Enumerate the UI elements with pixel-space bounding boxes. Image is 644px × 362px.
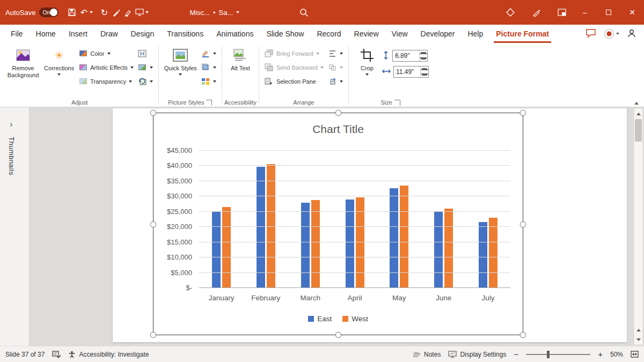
tab-picture-format[interactable]: Picture Format	[489, 25, 555, 43]
collapse-ribbon-icon[interactable]	[634, 102, 639, 105]
tab-insert[interactable]: Insert	[62, 25, 94, 43]
scrollbar-thumb[interactable]	[635, 119, 642, 142]
bar-east-july[interactable]	[479, 222, 487, 287]
artistic-effects-button[interactable]: Artistic Effects	[76, 61, 135, 73]
send-backward-button[interactable]: Send Backward	[262, 61, 326, 73]
tab-help[interactable]: Help	[461, 25, 489, 43]
picture-styles-dialog-launcher-icon[interactable]	[206, 100, 212, 106]
present-screen-icon[interactable]	[134, 6, 145, 18]
zoom-out-icon[interactable]: −	[514, 350, 518, 358]
bar-east-january[interactable]	[212, 211, 221, 287]
highlighter-pen-icon[interactable]	[122, 6, 134, 18]
zoom-in-icon[interactable]: +	[598, 350, 603, 358]
bar-west-march[interactable]	[311, 200, 320, 287]
search-icon[interactable]	[298, 6, 310, 18]
height-input[interactable]: 6.89"	[392, 50, 428, 62]
quick-access-more-icon[interactable]	[145, 11, 149, 13]
previous-slide-icon[interactable]	[634, 325, 642, 335]
width-decrease-icon[interactable]	[421, 72, 428, 77]
width-increase-icon[interactable]	[421, 67, 428, 72]
align-button[interactable]	[326, 47, 345, 60]
resize-handle-bottom-left[interactable]	[150, 332, 156, 338]
size-dialog-launcher-icon[interactable]	[394, 100, 400, 106]
scroll-up-icon[interactable]	[634, 109, 642, 119]
notes-button[interactable]: Notes	[413, 351, 441, 358]
spellcheck-icon[interactable]	[52, 351, 61, 358]
zoom-slider[interactable]	[526, 354, 590, 355]
bar-west-june[interactable]	[444, 209, 453, 287]
tab-transitions[interactable]: Transitions	[160, 25, 210, 43]
tab-design[interactable]: Design	[125, 25, 161, 43]
quick-styles-button[interactable]: Quick Styles	[162, 45, 199, 76]
reset-picture-button[interactable]	[136, 75, 155, 87]
tab-developer[interactable]: Developer	[414, 25, 462, 43]
zoom-level[interactable]: 50%	[610, 351, 623, 358]
transparency-button[interactable]: Transparency	[76, 75, 135, 87]
picture-effects-button[interactable]	[199, 61, 218, 73]
selected-chart-image[interactable]: Chart Title $45,000$40,000$35,000$30,000…	[153, 113, 523, 335]
display-settings-button[interactable]: Display Settings	[448, 351, 506, 358]
popout-window-icon[interactable]	[556, 6, 568, 18]
tab-view[interactable]: View	[385, 25, 414, 43]
maximize-button[interactable]	[597, 0, 620, 25]
accessibility-checker[interactable]: Accessibility: Investigate	[68, 351, 149, 358]
resize-handle-bottom-right[interactable]	[520, 332, 526, 338]
bar-west-february[interactable]	[267, 164, 275, 287]
document-title[interactable]: Misc... • Sa...	[189, 9, 239, 17]
crop-button[interactable]: Crop	[352, 45, 382, 76]
bar-east-february[interactable]	[257, 167, 265, 287]
picture-layout-button[interactable]	[199, 75, 218, 87]
designer-icon[interactable]	[504, 6, 516, 18]
group-objects-button[interactable]	[326, 61, 345, 73]
laser-pen-icon[interactable]	[110, 6, 122, 18]
bar-west-july[interactable]	[489, 218, 497, 287]
draw-pen-icon[interactable]	[530, 6, 542, 18]
bar-east-april[interactable]	[346, 200, 354, 287]
compress-picture-button[interactable]	[136, 47, 155, 60]
rotate-button[interactable]	[326, 75, 345, 87]
resize-handle-top-center[interactable]	[335, 110, 341, 116]
autosave-pill[interactable]: On	[39, 8, 58, 17]
tab-home[interactable]: Home	[30, 25, 62, 43]
selection-pane-button[interactable]: Selection Pane	[262, 75, 326, 87]
width-input[interactable]: 11.49"	[393, 66, 429, 78]
zoom-slider-thumb[interactable]	[547, 351, 550, 358]
bar-east-march[interactable]	[301, 203, 310, 287]
autosave-toggle[interactable]: AutoSave On	[5, 8, 58, 17]
height-increase-icon[interactable]	[420, 50, 427, 56]
resize-handle-top-right[interactable]	[520, 110, 526, 116]
remove-background-button[interactable]: Remove Background	[4, 45, 42, 79]
vertical-scrollbar[interactable]	[634, 108, 643, 345]
resize-handle-top-left[interactable]	[150, 110, 156, 116]
record-icon[interactable]	[604, 28, 619, 39]
bar-west-january[interactable]	[222, 207, 231, 287]
undo-dropdown-icon[interactable]	[90, 11, 93, 13]
change-picture-button[interactable]	[136, 61, 155, 73]
resize-handle-middle-right[interactable]	[520, 221, 526, 227]
alt-text-button[interactable]: Alt Text	[225, 45, 255, 72]
comments-icon[interactable]	[586, 28, 596, 40]
tab-slide-show[interactable]: Slide Show	[260, 25, 310, 43]
resize-handle-bottom-center[interactable]	[335, 332, 341, 338]
minimize-button[interactable]: –	[573, 0, 597, 25]
picture-border-button[interactable]	[199, 47, 218, 60]
bring-forward-button[interactable]: Bring Forward	[262, 47, 326, 60]
next-slide-icon[interactable]	[634, 335, 642, 344]
height-decrease-icon[interactable]	[420, 56, 427, 61]
save-icon[interactable]	[66, 6, 78, 18]
tab-review[interactable]: Review	[348, 25, 385, 43]
slide-indicator[interactable]: Slide 37 of 37	[5, 351, 45, 358]
expand-thumbnails-icon[interactable]: ›	[10, 119, 13, 130]
tab-draw[interactable]: Draw	[94, 25, 125, 43]
title-dropdown-icon[interactable]	[236, 11, 239, 13]
tab-animations[interactable]: Animations	[210, 25, 260, 43]
thumbnails-pane-collapsed[interactable]: › Thumbnails	[0, 107, 30, 346]
fit-to-window-icon[interactable]	[631, 351, 639, 358]
resize-handle-middle-left[interactable]	[150, 221, 156, 227]
redo-icon[interactable]: ↻	[98, 6, 110, 18]
undo-icon[interactable]: ↶	[78, 6, 90, 18]
tab-file[interactable]: File	[4, 25, 30, 43]
tab-record[interactable]: Record	[310, 25, 347, 43]
close-button[interactable]: ✕	[620, 0, 644, 25]
bar-east-june[interactable]	[434, 212, 443, 287]
